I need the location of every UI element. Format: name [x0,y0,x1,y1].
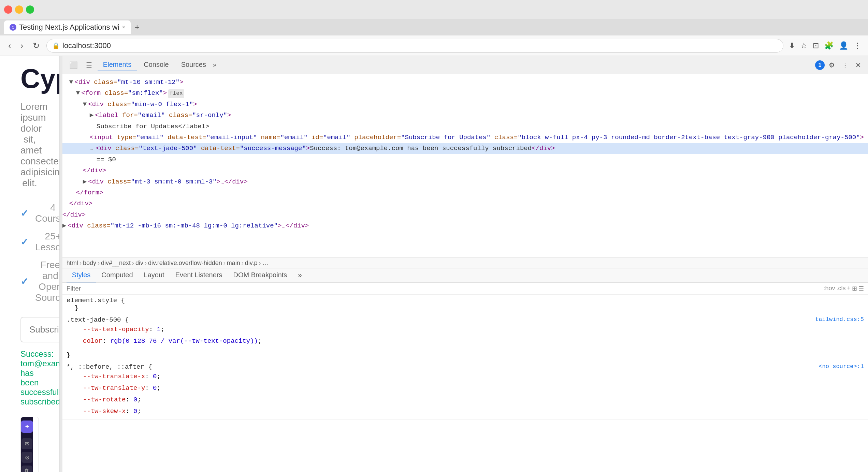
more-icon[interactable]: ☰ [858,285,864,292]
cls-filter-button[interactable]: .cls [836,285,845,292]
devtools-toolbar: ⬜ ☰ Elements Console Sources » 1 ⚙ ⋮ ✕ [62,56,868,74]
breadcrumb-more[interactable]: … [262,260,269,267]
feature-item: ✓ 4 Courses [20,202,39,224]
css-prop-color: color: rgb(0 128 76 / var(--tw-text-opac… [75,335,864,347]
html-line: <input type="email" data-test="email-inp… [62,132,868,143]
styles-panel: element.style { } .text-jade-500 { tailw… [62,295,868,472]
main-layout: Cypress Lorem ipsum dolor sit, amet cons… [0,56,868,472]
breadcrumb-sep: › [259,260,261,267]
breadcrumb-main[interactable]: main [227,260,240,267]
back-button[interactable]: ‹ [5,40,14,52]
breadcrumb-html[interactable]: html [67,260,78,267]
feature-text-1: 4 Courses [35,202,60,224]
html-line: </div> [62,198,868,209]
profile-icon[interactable]: 👤 [838,40,850,51]
tab-event-listeners[interactable]: Event Listeners [170,268,228,282]
css-closing-brace: } [75,304,78,312]
close-traffic-light[interactable] [4,5,12,14]
css-prop-skew-x: --tw-skew-x: 0; [75,405,864,417]
download-icon[interactable]: ⬇ [787,40,796,51]
styles-filter-bar: :hov .cls + ⊞ ☰ [62,283,868,295]
panel-divider[interactable] [60,56,62,472]
breadcrumb-divp[interactable]: div.p [245,260,258,267]
subscribe-input[interactable] [20,317,60,342]
more-options-icon[interactable]: ⋮ [839,60,851,71]
menu-icon[interactable]: ⋮ [852,40,863,51]
html-line: ▼<div class="mt-10 sm:mt-12"> [62,77,868,88]
breadcrumb-div[interactable]: div [135,260,143,267]
tab-styles[interactable]: Styles [67,268,96,282]
device-toolbar-button[interactable]: ☰ [83,60,95,71]
features-list: ✓ 4 Courses ✓ 25+ Lessons ✓ Free and Ope… [20,202,39,303]
extensions-icon[interactable]: 🧩 [823,40,835,51]
nav-bar: ‹ › ↻ 🔒 localhost:3000 ⬇ ☆ ⊡ 🧩 👤 ⋮ [0,35,868,56]
css-prop-rotate: --tw-rotate: 0; [75,394,864,405]
html-line: Subscribe for Updates</label> [62,121,868,132]
tab-bar: C Testing Next.js Applications wi × + [0,19,868,35]
breadcrumb-next[interactable]: div#__next [101,260,131,267]
tab-close-button[interactable]: × [122,24,125,30]
feature-item: ✓ 25+ Lessons [20,231,39,253]
tab-sources[interactable]: Sources [176,59,212,71]
forward-button[interactable]: › [18,40,26,52]
mini-sidebar-bar: ✦ ✉ ⊘ 🗑 👤 📋 [21,417,33,472]
subscribe-form: Subscribe [20,317,39,342]
star-icon[interactable]: ☆ [799,40,809,51]
tab-layout[interactable]: Layout [139,268,170,282]
address-bar[interactable]: 🔒 localhost:3000 [46,39,783,53]
css-source-tailwind[interactable]: tailwind.css:5 [815,316,864,323]
settings-icon[interactable]: ⚙ [826,60,838,71]
more-tabs-button[interactable]: » [213,61,216,69]
html-line: ▼<form class="sm:flex">flex [62,88,868,99]
inbox-label: Inbox [39,437,39,445]
mini-inbox-header: Inbox 12 messages [33,434,39,447]
address-text: localhost:3000 [62,41,111,50]
webpage-content: Cypress Lorem ipsum dolor sit, amet cons… [0,56,59,472]
success-message: Success: tom@example.com has been succes… [20,349,39,407]
elements-panel: ▼<div class="mt-10 sm:mt-12"> ▼<form cla… [62,74,868,258]
html-line: </div> [62,209,868,220]
mini-main-content: 🔍 Search all inboxes Inboxes ▾ Reporting… [33,417,39,472]
tab-computed[interactable]: Computed [96,268,138,282]
breadcrumb-sep: › [132,260,134,267]
reload-button[interactable]: ↻ [30,40,42,52]
screenshot-icon[interactable]: ⊡ [811,40,820,51]
close-devtools-button[interactable]: ✕ [853,60,864,71]
email-row-1[interactable]: Gloria Robertson 1d ago Refund Lorem ips… [33,456,39,472]
breadcrumb-relative[interactable]: div.relative.overflow-hidden [148,260,222,267]
mini-logo: ✦ [21,421,33,433]
tab-elements[interactable]: Elements [98,59,137,71]
feature-text-2: 25+ Lessons [35,231,60,253]
html-line: ▶<div class="mt-12 -mb-16 sm:-mb-48 lg:m… [62,220,868,231]
active-tab[interactable]: C Testing Next.js Applications wi × [4,20,131,34]
styles-filter-input[interactable] [67,285,821,292]
new-tab-button[interactable]: + [132,21,142,33]
add-style-button[interactable]: + [847,285,851,292]
html-line: ▶<label for="email" class="sr-only"> [62,110,868,121]
tab-more-styles[interactable]: » [292,268,307,282]
css-selector-universal: *, ::before, ::after { [67,363,152,371]
html-line: </form> [62,187,868,198]
mini-app-screenshot: ✦ ✉ ⊘ 🗑 👤 📋 🔍 Search all inboxes [20,417,39,472]
breadcrumb-sep: › [98,260,100,267]
mini-icon-inbox: ✉ [21,438,32,449]
tab-dom-breakpoints[interactable]: DOM Breakpoints [228,268,293,282]
css-rule-closing: } [62,349,868,361]
notification-badge: 1 [815,60,825,70]
css-source-none: <no source>:1 [819,363,864,370]
css-prop-translate-x: --tw-translate-x: 0; [75,371,864,382]
html-line-highlighted[interactable]: …<div class="text-jade-500" data-test="s… [62,143,868,154]
breadcrumb-body[interactable]: body [83,260,96,267]
pseudo-filter-button[interactable]: :hov [823,285,835,292]
new-rule-button[interactable]: ⊞ [852,285,857,292]
maximize-traffic-light[interactable] [26,5,34,14]
inspect-element-button[interactable]: ⬜ [67,60,81,71]
email-label-1: Refund [39,467,39,472]
breadcrumb-sep: › [242,260,244,267]
css-prop-opacity: --tw-text-opacity: 1; [75,324,864,335]
tab-console[interactable]: Console [138,59,174,71]
lock-icon: 🔒 [52,42,60,49]
page-subtitle: Lorem ipsum dolor sit, amet consectetur … [20,101,39,189]
email-sender-1: Gloria Robertson [39,460,39,467]
minimize-traffic-light[interactable] [15,5,23,14]
